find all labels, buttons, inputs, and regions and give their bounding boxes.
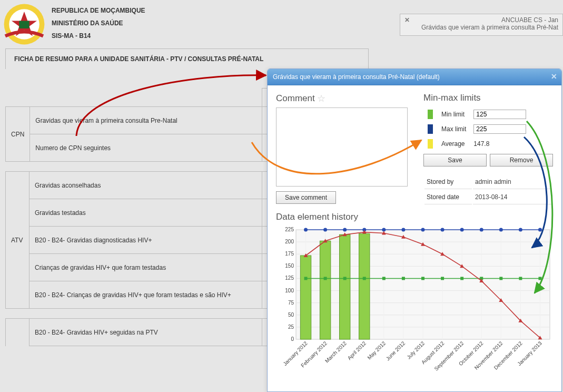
svg-text:June 2012: June 2012 <box>385 340 407 361</box>
svg-rect-73 <box>402 277 405 280</box>
svg-text:25: 25 <box>288 324 294 330</box>
section-label-atv: ATV <box>6 172 29 309</box>
svg-text:75: 75 <box>288 300 294 306</box>
svg-point-63 <box>460 228 464 232</box>
svg-point-57 <box>343 228 347 232</box>
svg-rect-74 <box>421 277 424 280</box>
average-label: Average <box>438 137 469 151</box>
min-limit-swatch <box>428 110 433 119</box>
svg-rect-68 <box>304 277 308 280</box>
star-icon[interactable]: ☆ <box>317 93 325 104</box>
comment-heading: Comment ☆ <box>276 93 413 104</box>
row-label: Numero de CPN seguintes <box>30 134 262 162</box>
svg-text:July 2012: July 2012 <box>406 340 426 360</box>
svg-rect-72 <box>382 277 386 280</box>
notification-toast: ✕ ANCUABE CS - Jan Grávidas que vieram à… <box>400 14 563 36</box>
svg-text:200: 200 <box>285 239 294 244</box>
save-comment-button[interactable]: Save comment <box>276 191 336 204</box>
svg-text:175: 175 <box>285 251 294 257</box>
svg-text:100: 100 <box>285 288 294 293</box>
svg-text:April 2012: April 2012 <box>347 340 368 361</box>
svg-rect-53 <box>339 234 350 339</box>
svg-text:0: 0 <box>291 336 294 342</box>
comment-textarea[interactable] <box>276 107 408 187</box>
save-button[interactable]: Save <box>423 154 487 166</box>
max-limit-swatch <box>428 124 433 134</box>
mozambique-emblem <box>3 3 45 45</box>
notification-subtitle: Grávidas que vieram à primeira consulta … <box>404 24 558 31</box>
history-popup: Grávidas que vieram à primeira consulta … <box>267 68 562 392</box>
svg-rect-78 <box>499 277 502 280</box>
notification-title: ANCUABE CS - Jan <box>404 16 558 24</box>
svg-point-59 <box>382 228 386 232</box>
svg-rect-70 <box>343 277 347 280</box>
svg-rect-3 <box>19 21 29 28</box>
svg-text:150: 150 <box>285 263 294 269</box>
svg-point-67 <box>538 228 542 232</box>
close-icon[interactable]: ✕ <box>551 72 557 81</box>
svg-point-66 <box>519 228 522 232</box>
svg-text:225: 225 <box>285 227 294 232</box>
row-label: B20 - B24- Gravidas HIV+ seguidas na PTV <box>29 319 262 346</box>
svg-rect-76 <box>460 277 463 280</box>
min-limit-label: Min limit <box>438 107 469 121</box>
popup-title-bar[interactable]: Grávidas que vieram à primeira consulta … <box>268 69 561 85</box>
header-system: SIS-MA - B14 <box>52 30 145 42</box>
svg-point-64 <box>480 228 483 232</box>
row-label: Gravidas testadas <box>29 199 262 227</box>
svg-text:125: 125 <box>285 275 294 281</box>
chart-heading: Data element history <box>268 212 561 222</box>
svg-rect-75 <box>441 277 444 280</box>
svg-rect-51 <box>300 256 311 339</box>
max-limit-label: Max limit <box>438 122 469 136</box>
svg-point-56 <box>323 228 327 232</box>
svg-rect-80 <box>538 277 541 280</box>
max-limit-input[interactable] <box>473 124 526 134</box>
svg-rect-52 <box>320 241 330 339</box>
svg-point-65 <box>499 228 503 232</box>
svg-point-62 <box>441 228 445 232</box>
row-label: B20 - B24- Gravidas diagnosticadas HIV+ <box>29 227 262 254</box>
minmax-heading: Min-max limits <box>423 93 553 103</box>
svg-rect-71 <box>363 277 366 280</box>
svg-text:May 2012: May 2012 <box>366 340 387 360</box>
stored-date-label: Stored date <box>424 190 472 204</box>
stored-by-label: Stored by <box>424 175 472 189</box>
row-label: Gravidas aconselhadas <box>29 172 262 199</box>
history-chart: 0255075100125150175200225January 2012Feb… <box>276 224 555 383</box>
svg-rect-79 <box>519 277 522 280</box>
svg-point-60 <box>401 228 405 232</box>
header-country: REPUBLICA DE MOÇAMBIQUE <box>52 4 145 17</box>
svg-rect-69 <box>324 277 327 280</box>
row-label: Crianças de gravidas HIV+ que foram test… <box>29 254 262 281</box>
svg-point-55 <box>304 228 308 232</box>
svg-text:March 2012: March 2012 <box>324 340 348 364</box>
min-limit-input[interactable] <box>473 110 526 119</box>
average-value: 147.8 <box>470 137 529 151</box>
svg-text:50: 50 <box>288 312 294 318</box>
stored-by-value: admin admin <box>473 175 552 189</box>
stored-date-value: 2013-08-14 <box>473 190 552 204</box>
header-ministry: MINISTÉRIO DA SAÚDE <box>52 17 145 30</box>
svg-point-61 <box>421 228 425 232</box>
row-label: B20 - B24- Crianças de gravidas HIV+ que… <box>29 281 262 309</box>
average-swatch <box>428 139 433 149</box>
form-title: FICHA DE RESUMO PARA A UNIDADE SANITÁRIA… <box>5 48 369 69</box>
svg-rect-54 <box>359 233 370 339</box>
remove-button[interactable]: Remove <box>490 154 553 166</box>
row-label: Gravidas que vieram à primeira consulta … <box>30 107 262 134</box>
section-label-cpn: CPN <box>6 107 30 162</box>
close-icon[interactable]: ✕ <box>404 16 410 24</box>
popup-title-text: Grávidas que vieram à primeira consulta … <box>273 73 440 81</box>
